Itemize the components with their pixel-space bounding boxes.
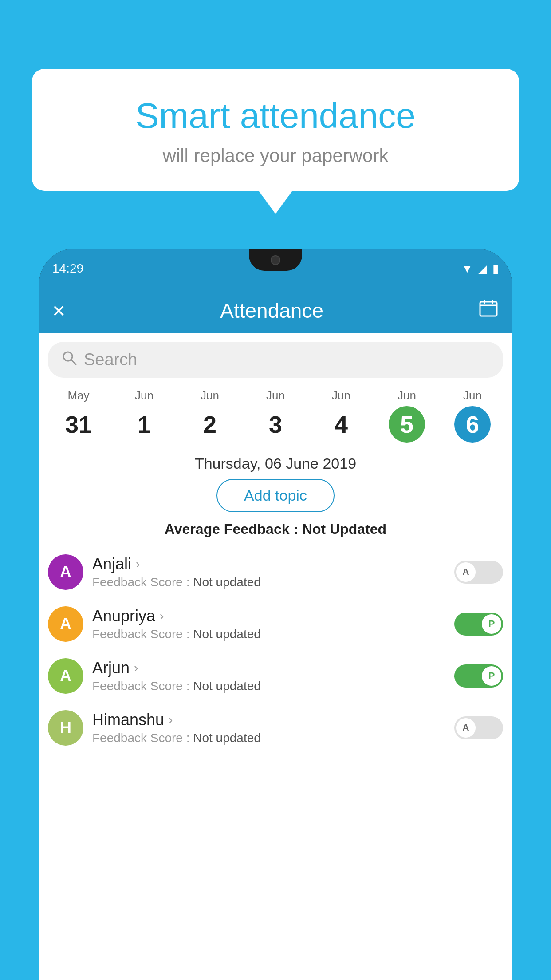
battery-icon: ▮ <box>492 262 499 276</box>
bubble-subtitle: will replace your paperwork <box>54 145 497 166</box>
toggle-himanshu[interactable]: A <box>454 716 503 739</box>
search-icon <box>61 350 77 370</box>
date-jun4[interactable]: Jun 4 <box>308 389 374 443</box>
status-icons: ▼ ◢ ▮ <box>461 262 499 276</box>
chevron-icon: › <box>136 557 140 571</box>
student-name-anjali: Anjali <box>92 555 131 573</box>
calendar-button[interactable] <box>478 298 499 323</box>
close-button[interactable]: × <box>52 298 65 324</box>
chevron-icon: › <box>160 609 164 623</box>
date-may31[interactable]: May 31 <box>46 389 111 443</box>
student-info-anupriya: Anupriya › Feedback Score : Not updated <box>92 607 445 641</box>
toggle-knob-arjun: P <box>482 666 501 686</box>
toggle-anupriya[interactable]: P <box>454 612 503 636</box>
student-info-anjali: Anjali › Feedback Score : Not updated <box>92 555 445 589</box>
signal-icon: ◢ <box>478 262 487 276</box>
date-jun2[interactable]: Jun 2 <box>177 389 243 443</box>
svg-line-5 <box>71 360 76 364</box>
date-jun6[interactable]: Jun 6 <box>440 389 505 443</box>
notch-camera <box>271 255 280 265</box>
avatar-arjun: A <box>48 658 83 694</box>
search-bar[interactable]: Search <box>48 342 503 378</box>
date-row: May 31 Jun 1 Jun 2 Jun 3 Jun 4 Jun 5 <box>39 382 512 443</box>
student-row-himanshu[interactable]: H Himanshu › Feedback Score : Not update… <box>48 702 503 754</box>
avatar-anjali: A <box>48 554 83 590</box>
notch <box>249 249 302 271</box>
app-bar: × Attendance <box>39 288 512 333</box>
content-area: Search May 31 Jun 1 Jun 2 Jun 3 Jun 4 <box>39 333 512 980</box>
student-row-anjali[interactable]: A Anjali › Feedback Score : Not updated … <box>48 546 503 598</box>
avatar-himanshu: H <box>48 710 83 746</box>
chevron-icon: › <box>169 713 173 727</box>
avg-feedback: Average Feedback : Not Updated <box>39 521 512 537</box>
avatar-anupriya: A <box>48 606 83 642</box>
date-jun5[interactable]: Jun 5 <box>374 389 440 443</box>
student-info-himanshu: Himanshu › Feedback Score : Not updated <box>92 711 445 745</box>
toggle-anjali[interactable]: A <box>454 561 503 584</box>
phone-frame: 14:29 ▼ ◢ ▮ × Attendance <box>39 249 512 980</box>
toggle-knob-anupriya: P <box>482 614 501 634</box>
toggle-arjun[interactable]: P <box>454 664 503 688</box>
toggle-knob-anjali: A <box>456 562 476 582</box>
student-name-arjun: Arjun <box>92 659 130 677</box>
date-jun3[interactable]: Jun 3 <box>243 389 308 443</box>
student-name-anupriya: Anupriya <box>92 607 155 625</box>
status-time: 14:29 <box>52 261 83 276</box>
avg-feedback-value: Not Updated <box>302 521 386 537</box>
app-bar-title: Attendance <box>79 299 465 323</box>
chevron-icon: › <box>134 661 138 675</box>
date-jun1[interactable]: Jun 1 <box>111 389 177 443</box>
student-row-anupriya[interactable]: A Anupriya › Feedback Score : Not update… <box>48 598 503 650</box>
student-row-arjun[interactable]: A Arjun › Feedback Score : Not updated P <box>48 650 503 702</box>
student-list: A Anjali › Feedback Score : Not updated … <box>39 546 512 754</box>
wifi-icon: ▼ <box>461 262 473 276</box>
speech-bubble: Smart attendance will replace your paper… <box>32 69 519 191</box>
bubble-title: Smart attendance <box>54 95 497 136</box>
selected-date-label: Thursday, 06 June 2019 <box>39 443 512 479</box>
add-topic-button[interactable]: Add topic <box>216 479 335 512</box>
student-info-arjun: Arjun › Feedback Score : Not updated <box>92 659 445 693</box>
svg-rect-0 <box>480 302 497 316</box>
avg-feedback-label: Average Feedback : <box>165 521 302 537</box>
search-placeholder: Search <box>84 350 490 369</box>
status-bar: 14:29 ▼ ◢ ▮ <box>39 249 512 288</box>
toggle-knob-himanshu: A <box>456 718 476 738</box>
student-name-himanshu: Himanshu <box>92 711 164 729</box>
